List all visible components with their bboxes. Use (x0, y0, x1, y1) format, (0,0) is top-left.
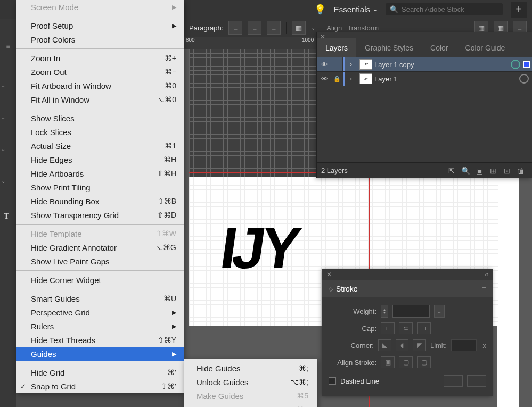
menu-hide-grad-ann[interactable]: Hide Gradient Annotator⌥⌘G (16, 240, 184, 254)
tab-graphic-styles[interactable]: Graphic Styles (356, 38, 422, 57)
chevron-down-icon[interactable]: ⌄ (1, 114, 9, 122)
close-icon[interactable]: ✕ (320, 33, 325, 40)
menu-hide-grid[interactable]: Hide Grid⌘' (16, 366, 184, 379)
menu-hide-artboards[interactable]: Hide Artboards⇧⌘H (16, 167, 184, 180)
workspace-switcher[interactable]: Essentials ⌄ (334, 5, 378, 14)
weight-input[interactable] (392, 305, 430, 318)
menu-trans-grid[interactable]: Show Transparency Grid⇧⌘D (16, 208, 184, 222)
align-outside-icon[interactable]: ▢ (417, 356, 431, 368)
menu-rulers[interactable]: Rulers▶ (16, 319, 184, 333)
lock-icon[interactable]: 🔒 (332, 76, 342, 82)
new-sublayer-icon[interactable]: ⊞ (486, 167, 500, 175)
menu-proof-setup[interactable]: Proof Setup▶ (16, 19, 184, 32)
layer-row[interactable]: 👁 › IJY Layer 1 copy (317, 57, 532, 72)
transform-label[interactable]: Transform (347, 24, 379, 32)
tab-color-guide[interactable]: Color Guide (457, 38, 514, 57)
selection-color-box[interactable] (523, 61, 530, 68)
menu-hide-bbox[interactable]: Hide Bounding Box⇧⌘B (16, 194, 184, 208)
limit-input[interactable] (451, 339, 477, 351)
menu-separator (16, 16, 184, 16)
visibility-icon[interactable]: 👁 (317, 61, 332, 69)
chevron-down-icon[interactable]: ⌄ (311, 25, 315, 31)
stepper-icon[interactable]: ▲▼ (381, 305, 388, 318)
clip-mask-icon[interactable]: ▣ (472, 167, 486, 175)
menu-separator (16, 289, 184, 289)
collapse-icon[interactable]: « (485, 271, 488, 278)
layer-name[interactable]: Layer 1 (374, 75, 519, 83)
dash-align-icon[interactable]: ┄┄ (467, 375, 486, 387)
export-icon[interactable]: ⇱ (445, 167, 459, 175)
close-icon[interactable]: ✕ (326, 271, 332, 278)
new-layer-icon[interactable]: ⊡ (500, 167, 514, 175)
align-center-icon[interactable]: ≡ (248, 21, 261, 35)
trash-icon[interactable]: 🗑 (514, 167, 528, 175)
menu-actual-size[interactable]: Actual Size⌘1 (16, 139, 184, 153)
stock-search[interactable]: 🔍 (386, 3, 503, 15)
lightbulb-icon[interactable]: 💡 (314, 4, 326, 15)
menu-hide-text-threads[interactable]: Hide Text Threads⇧⌘Y (16, 333, 184, 347)
layer-name[interactable]: Layer 1 copy (374, 61, 511, 69)
corner-bevel-icon[interactable]: ◤ (413, 339, 426, 351)
corner-round-icon[interactable]: ◖ (396, 339, 409, 351)
menu-hide-edges[interactable]: Hide Edges⌘H (16, 153, 184, 167)
menu-live-paint[interactable]: Show Live Paint Gaps (16, 254, 184, 268)
tab-color[interactable]: Color (422, 38, 456, 57)
artwork-glyphs[interactable]: IJY (218, 225, 299, 271)
panel-collapse-icon[interactable]: ≡ (3, 43, 13, 53)
submenu-make-guides[interactable]: Make Guides⌘5 (184, 389, 317, 403)
chevron-right-icon[interactable]: › (345, 61, 357, 68)
align-right-icon[interactable]: ≡ (267, 21, 281, 35)
layer-thumbnail[interactable]: IJY (359, 73, 372, 84)
panel-header[interactable]: ✕ « (322, 269, 493, 280)
paragraph-label[interactable]: Paragraph: (189, 24, 223, 32)
submenu-hide-guides[interactable]: Hide Guides⌘; (184, 361, 317, 375)
menu-screen-mode[interactable]: Screen Mode▶ (16, 0, 184, 14)
menu-proof-colors[interactable]: Proof Colors (16, 32, 184, 46)
cap-projecting-icon[interactable]: ⊐ (417, 322, 431, 334)
submenu-unlock-guides[interactable]: Unlock Guides⌥⌘; (184, 375, 317, 389)
locate-icon[interactable]: 🔍 (459, 167, 472, 175)
menu-guides[interactable]: Guides▶ (16, 347, 184, 361)
panel-title-bar[interactable]: ◇ Stroke ≡ (322, 280, 493, 297)
menu-smart-guides[interactable]: Smart Guides⌘U (16, 292, 184, 305)
menu-lock-slices[interactable]: Lock Slices (16, 125, 184, 139)
chevron-down-icon[interactable]: ⌄ (1, 82, 9, 90)
cap-round-icon[interactable]: ⊂ (399, 322, 413, 334)
align-left-icon[interactable]: ≡ (228, 21, 242, 35)
submenu-release-guides[interactable]: Release Guides⌥⌘5 (184, 403, 317, 407)
menu-separator (16, 363, 184, 363)
menu-print-tiling[interactable]: Show Print Tiling (16, 180, 184, 194)
stock-search-input[interactable] (402, 5, 498, 13)
area-type-icon[interactable]: ▦ (292, 21, 306, 35)
align-label[interactable]: Align (326, 24, 342, 32)
chevron-icon[interactable]: ◇ (329, 286, 333, 293)
menu-fit-all[interactable]: Fit All in Window⌥⌘0 (16, 93, 184, 106)
arrange-documents-button[interactable]: + (511, 2, 527, 18)
menu-show-slices[interactable]: Show Slices (16, 111, 184, 125)
tab-layers[interactable]: Layers (317, 38, 356, 57)
menu-hide-corner[interactable]: Hide Corner Widget (16, 273, 184, 287)
dashed-checkbox[interactable] (329, 377, 336, 385)
menu-snap-grid[interactable]: ✓Snap to Grid⇧⌘' (16, 379, 184, 393)
visibility-icon[interactable]: 👁 (317, 75, 332, 83)
panel-menu-icon[interactable]: ≡ (482, 285, 486, 293)
menu-zoom-in[interactable]: Zoom In⌘+ (16, 51, 184, 65)
align-center-icon[interactable]: ▣ (381, 356, 395, 368)
chevron-right-icon[interactable]: › (345, 75, 357, 82)
target-icon[interactable] (519, 74, 529, 84)
cap-butt-icon[interactable]: ⊏ (381, 322, 395, 334)
layer-row[interactable]: 👁 🔒 › IJY Layer 1 (317, 72, 532, 86)
menu-persp-grid[interactable]: Perspective Grid▶ (16, 305, 184, 319)
chevron-down-icon[interactable]: ⌄ (1, 146, 9, 154)
chevron-down-icon[interactable]: ⌄ (1, 178, 9, 186)
menu-zoom-out[interactable]: Zoom Out⌘− (16, 65, 184, 79)
weight-dropdown[interactable]: ⌄ (434, 305, 445, 318)
corner-miter-icon[interactable]: ◣ (378, 339, 391, 351)
dash-preserve-icon[interactable]: ┄┄ (444, 375, 463, 387)
align-inside-icon[interactable]: ▢ (399, 356, 413, 368)
target-icon[interactable] (511, 60, 520, 69)
layer-thumbnail[interactable]: IJY (359, 59, 372, 70)
menu-fit-artboard[interactable]: Fit Artboard in Window⌘0 (16, 79, 184, 93)
menu-separator (16, 224, 184, 225)
menu-hide-template[interactable]: Hide Template⇧⌘W (16, 227, 184, 240)
